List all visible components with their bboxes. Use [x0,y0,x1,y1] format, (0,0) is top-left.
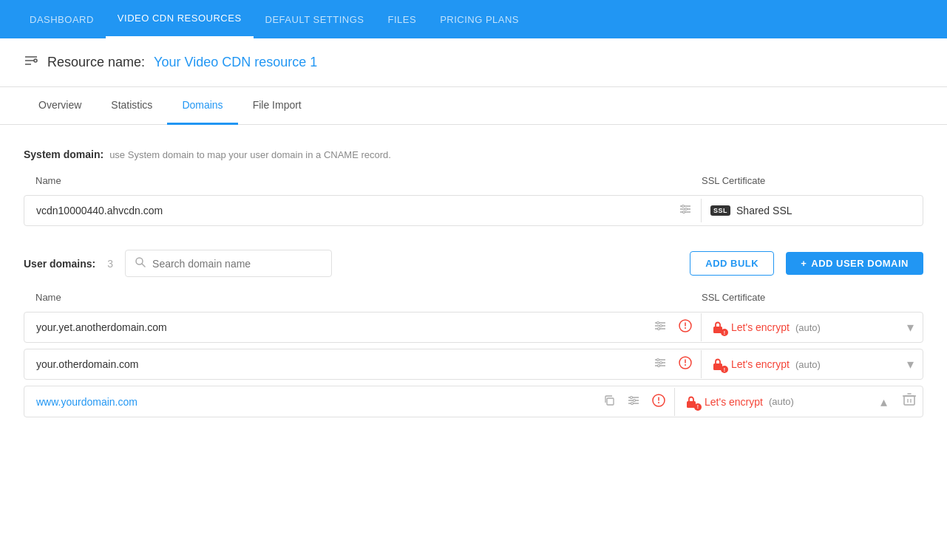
add-user-domain-button[interactable]: + ADD USER DOMAIN [786,252,923,275]
domain-3-info-icon[interactable] [649,391,668,413]
domain-2-settings-icon[interactable] [651,353,670,375]
system-domain-table-header: Name SSL Certificate [24,172,923,189]
svg-point-3 [34,59,37,62]
svg-point-37 [634,399,636,401]
domain-1-lock-warning-badge: ! [721,329,728,336]
top-navigation: DASHBOARD VIDEO CDN RESOURCES DEFAULT SE… [0,0,947,38]
domain-3-delete-icon[interactable] [896,386,923,417]
system-domain-settings-icon[interactable] [676,199,695,222]
user-domain-row-3-wrapper: www.yourdomain.com [24,386,923,417]
main-content: System domain: use System domain to map … [0,125,947,447]
svg-point-7 [682,205,685,208]
svg-point-15 [657,322,659,324]
user-domain-name-1: your.yet.anotherdomain.com [24,313,651,342]
svg-point-25 [657,359,659,361]
resource-name: Your Video CDN resource 1 [154,55,317,70]
domain-1-ssl-auto: (auto) [795,322,821,333]
user-name-col-header: Name [24,292,702,303]
svg-point-17 [658,328,660,330]
search-input[interactable] [152,258,322,270]
domain-3-settings-icon[interactable] [624,391,643,413]
tab-file-import[interactable]: File Import [238,87,316,125]
svg-point-27 [658,365,660,367]
domain-2-lock-warning-badge: ! [721,366,728,373]
domain-1-settings-icon[interactable] [651,316,670,338]
user-domain-name-3: www.yourdomain.com [24,387,600,417]
domain-3-copy-icon[interactable] [600,392,618,412]
svg-point-20 [685,327,686,329]
system-domain-title: System domain: [24,148,103,160]
search-icon [135,256,146,270]
system-ssl-name: Shared SSL [736,205,914,216]
ssl-badge: SSL [710,205,730,216]
domain-2-info-icon[interactable] [676,353,695,375]
add-user-domain-label: ADD USER DOMAIN [811,258,909,269]
user-ssl-col-header: SSL Certificate [702,292,923,303]
domain-1-lock-icon: ! [710,320,725,335]
domain-1-ssl-cell: ! Let's encrypt (auto) ▾ [701,313,923,341]
resource-header: Resource name: Your Video CDN resource 1 [0,38,947,87]
system-domain-subtitle: use System domain to map your user domai… [109,149,391,160]
user-domain-row-1: your.yet.anotherdomain.com [24,312,923,343]
system-domain-section-header: System domain: use System domain to map … [24,148,923,160]
svg-point-38 [631,402,634,404]
domain-3-lock-warning-badge: ! [694,403,702,411]
domain-1-info-icon[interactable] [676,316,695,338]
domain-1-icons [651,316,701,338]
domain-3-ssl-dropdown-btn[interactable]: ▴ [880,394,887,410]
content-area: Resource name: Your Video CDN resource 1… [0,38,947,560]
domain-3-lock-icon: ! [684,395,699,409]
domain-3-ssl-cell: ! Let's encrypt (auto) ▴ [674,388,896,416]
nav-default-settings[interactable]: DEFAULT SETTINGS [254,0,376,38]
resource-label: Resource name: [47,55,145,70]
search-box[interactable] [125,250,332,277]
domain-2-ssl-cell: ! Let's encrypt (auto) ▾ [701,350,923,378]
user-domains-header: User domains: 3 ADD BULK + ADD USER DOMA… [24,250,923,277]
domain-2-ssl-label: Let's encrypt [731,358,790,370]
svg-point-8 [685,208,688,211]
svg-point-41 [658,402,659,403]
nav-pricing[interactable]: PRICING PLANS [428,0,531,38]
domain-1-ssl-dropdown-btn[interactable]: ▾ [907,319,914,335]
plus-icon: + [801,258,807,269]
user-domain-name-2: your.otherdomain.com [24,349,651,379]
add-bulk-button[interactable]: ADD BULK [690,251,774,276]
filter-icon[interactable] [24,53,38,72]
svg-point-26 [660,362,662,364]
domain-3-ssl-label: Let's encrypt [705,396,763,408]
domain-3-icons [600,391,674,413]
svg-point-16 [660,325,662,327]
system-ssl-col-header: SSL Certificate [702,175,923,186]
system-domain-icons [676,199,701,222]
user-domains-count: 3 [107,258,113,270]
nav-video-cdn[interactable]: VIDEO CDN RESOURCES [106,0,254,38]
domain-3-ssl-auto: (auto) [769,396,794,407]
svg-rect-43 [904,396,914,405]
tab-statistics[interactable]: Statistics [96,87,167,125]
domain-2-icons [651,353,701,375]
user-domains-title: User domains: [24,258,95,270]
svg-rect-32 [607,398,614,405]
svg-point-36 [631,396,633,398]
svg-point-9 [683,211,685,214]
user-domain-row-2: your.otherdomain.com [24,349,923,380]
system-domain-row: vcdn10000440.ahvcdn.com SSL Shared SSL [24,195,923,226]
system-ssl-cell: SSL Shared SSL [701,199,923,222]
system-domain-name: vcdn10000440.ahvcdn.com [24,196,676,225]
svg-point-30 [685,364,686,366]
domain-2-ssl-dropdown-btn[interactable]: ▾ [907,356,914,372]
tab-domains[interactable]: Domains [167,87,237,125]
svg-line-11 [142,264,145,267]
user-domain-row-3: www.yourdomain.com [24,386,923,417]
domain-2-ssl-auto: (auto) [795,359,821,370]
nav-dashboard[interactable]: DASHBOARD [18,0,106,38]
tab-overview[interactable]: Overview [24,87,96,125]
domain-2-lock-icon: ! [710,357,725,372]
tabs-container: Overview Statistics Domains File Import [0,87,947,125]
nav-files[interactable]: FILES [376,0,429,38]
system-name-col-header: Name [24,175,702,186]
domain-1-ssl-label: Let's encrypt [731,321,790,333]
user-domains-table-header: Name SSL Certificate [24,289,923,306]
